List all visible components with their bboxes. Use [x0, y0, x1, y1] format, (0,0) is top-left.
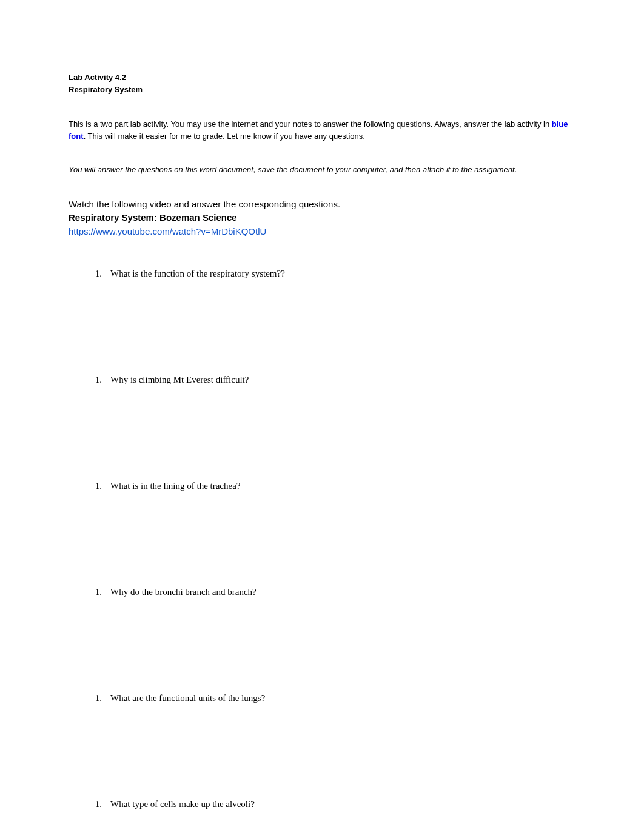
- question-item: 1. What are the functional units of the …: [69, 693, 575, 703]
- question-number: 1.: [85, 587, 102, 597]
- video-title: Respiratory System: Bozeman Science: [69, 211, 575, 225]
- question-item: 1. What is in the lining of the trachea?: [69, 481, 575, 491]
- question-number: 1.: [85, 269, 102, 279]
- document-header: Lab Activity 4.2 Respiratory System: [69, 72, 575, 95]
- question-text: What is the function of the respiratory …: [110, 269, 285, 279]
- question-number: 1.: [85, 481, 102, 491]
- instruction-note: You will answer the questions on this wo…: [69, 164, 575, 176]
- lab-subtitle: Respiratory System: [69, 84, 575, 96]
- intro-text-part1: This is a two part lab activity. You may…: [69, 119, 552, 129]
- question-item: 1. Why do the bronchi branch and branch?: [69, 587, 575, 597]
- lab-title: Lab Activity 4.2: [69, 72, 575, 84]
- question-number: 1.: [85, 375, 102, 385]
- question-text: What are the functional units of the lun…: [110, 693, 265, 703]
- question-text: Why is climbing Mt Everest difficult?: [110, 375, 249, 385]
- video-intro-text: Watch the following video and answer the…: [69, 198, 575, 212]
- question-item: 1. What type of cells make up the alveol…: [69, 799, 575, 810]
- video-section: Watch the following video and answer the…: [69, 198, 575, 239]
- question-text: What is in the lining of the trachea?: [110, 481, 241, 491]
- intro-paragraph: This is a two part lab activity. You may…: [69, 118, 575, 142]
- video-link[interactable]: https://www.youtube.com/watch?v=MrDbiKQO…: [69, 225, 575, 239]
- question-text: Why do the bronchi branch and branch?: [110, 587, 257, 597]
- question-item: 1. What is the function of the respirato…: [69, 269, 575, 279]
- intro-text-part2: This will make it easier for me to grade…: [86, 132, 365, 141]
- question-number: 1.: [85, 693, 102, 703]
- question-number: 1.: [85, 799, 102, 810]
- intro-section: This is a two part lab activity. You may…: [69, 118, 575, 142]
- questions-list: 1. What is the function of the respirato…: [69, 269, 575, 810]
- question-item: 1. Why is climbing Mt Everest difficult?: [69, 375, 575, 385]
- question-text: What type of cells make up the alveoli?: [110, 799, 255, 810]
